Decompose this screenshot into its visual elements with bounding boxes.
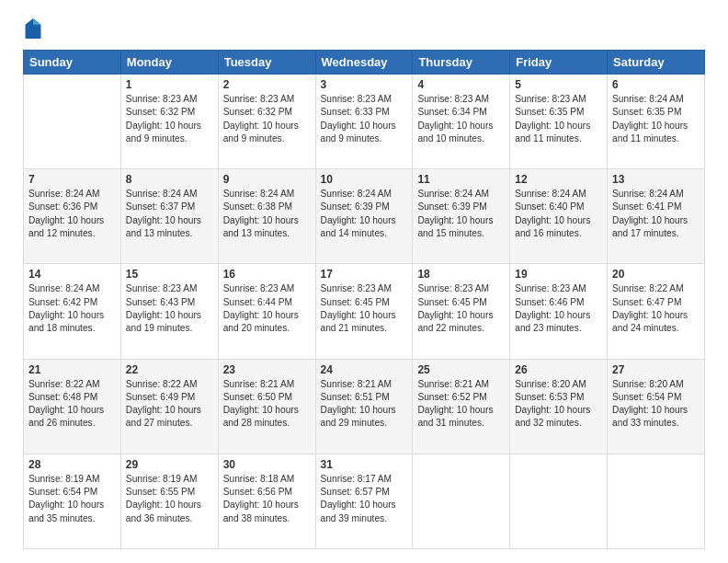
day-number: 16: [223, 268, 311, 281]
day-number: 9: [223, 173, 311, 186]
day-info: Sunrise: 8:24 AMSunset: 6:35 PMDaylight:…: [612, 93, 700, 145]
day-number: 31: [321, 458, 408, 471]
day-info: Sunrise: 8:23 AMSunset: 6:34 PMDaylight:…: [417, 93, 505, 145]
page: SundayMondayTuesdayWednesdayThursdayFrid…: [0, 0, 728, 563]
day-number: 2: [223, 78, 311, 91]
calendar-cell: 4Sunrise: 8:23 AMSunset: 6:34 PMDaylight…: [413, 75, 510, 169]
day-info: Sunrise: 8:24 AMSunset: 6:41 PMDaylight:…: [612, 188, 700, 240]
logo-icon: [25, 18, 41, 39]
day-number: 1: [126, 78, 213, 91]
day-number: 24: [321, 363, 408, 376]
calendar-cell: 14Sunrise: 8:24 AMSunset: 6:42 PMDayligh…: [24, 264, 121, 359]
day-number: 6: [612, 78, 700, 91]
calendar-cell: 9Sunrise: 8:24 AMSunset: 6:38 PMDaylight…: [218, 169, 315, 264]
day-info: Sunrise: 8:19 AMSunset: 6:54 PMDaylight:…: [28, 473, 116, 525]
day-number: 15: [126, 268, 213, 281]
calendar-cell: 17Sunrise: 8:23 AMSunset: 6:45 PMDayligh…: [315, 264, 413, 359]
calendar-cell: 10Sunrise: 8:24 AMSunset: 6:39 PMDayligh…: [315, 169, 413, 264]
calendar-cell: 2Sunrise: 8:23 AMSunset: 6:32 PMDaylight…: [218, 75, 315, 169]
weekday-header: Thursday: [413, 51, 510, 75]
calendar-cell: 11Sunrise: 8:24 AMSunset: 6:39 PMDayligh…: [413, 169, 510, 264]
calendar-cell: 25Sunrise: 8:21 AMSunset: 6:52 PMDayligh…: [413, 359, 510, 454]
day-info: Sunrise: 8:23 AMSunset: 6:32 PMDaylight:…: [126, 93, 213, 145]
day-info: Sunrise: 8:20 AMSunset: 6:54 PMDaylight:…: [612, 378, 700, 431]
day-info: Sunrise: 8:22 AMSunset: 6:48 PMDaylight:…: [28, 378, 116, 431]
weekday-header: Wednesday: [315, 51, 413, 75]
day-number: 18: [417, 268, 505, 281]
day-number: 14: [28, 268, 116, 281]
day-info: Sunrise: 8:24 AMSunset: 6:40 PMDaylight:…: [515, 188, 602, 240]
day-number: 11: [417, 173, 505, 186]
header: [23, 18, 705, 39]
day-info: Sunrise: 8:24 AMSunset: 6:39 PMDaylight:…: [321, 188, 408, 240]
day-number: 25: [417, 363, 505, 376]
day-info: Sunrise: 8:23 AMSunset: 6:44 PMDaylight:…: [223, 282, 311, 335]
day-info: Sunrise: 8:23 AMSunset: 6:45 PMDaylight:…: [321, 282, 408, 335]
calendar-cell: 1Sunrise: 8:23 AMSunset: 6:32 PMDaylight…: [120, 75, 218, 169]
day-info: Sunrise: 8:23 AMSunset: 6:46 PMDaylight:…: [515, 282, 602, 335]
day-number: 3: [321, 78, 408, 91]
day-info: Sunrise: 8:22 AMSunset: 6:47 PMDaylight:…: [612, 282, 700, 335]
day-number: 17: [321, 268, 408, 281]
day-number: 30: [223, 458, 311, 471]
day-info: Sunrise: 8:23 AMSunset: 6:33 PMDaylight:…: [321, 93, 408, 145]
calendar-cell: 12Sunrise: 8:24 AMSunset: 6:40 PMDayligh…: [510, 169, 608, 264]
day-info: Sunrise: 8:18 AMSunset: 6:56 PMDaylight:…: [223, 473, 311, 525]
day-number: 26: [515, 363, 602, 376]
calendar-cell: 28Sunrise: 8:19 AMSunset: 6:54 PMDayligh…: [24, 454, 121, 548]
calendar-cell: 8Sunrise: 8:24 AMSunset: 6:37 PMDaylight…: [120, 169, 218, 264]
calendar-cell: [608, 454, 705, 548]
day-number: 7: [28, 173, 116, 186]
day-info: Sunrise: 8:24 AMSunset: 6:36 PMDaylight:…: [28, 188, 116, 240]
day-info: Sunrise: 8:22 AMSunset: 6:49 PMDaylight:…: [126, 378, 213, 431]
calendar-cell: [510, 454, 608, 548]
calendar-cell: [24, 75, 121, 169]
calendar-cell: 31Sunrise: 8:17 AMSunset: 6:57 PMDayligh…: [315, 454, 413, 548]
day-number: 10: [321, 173, 408, 186]
calendar-cell: 23Sunrise: 8:21 AMSunset: 6:50 PMDayligh…: [218, 359, 315, 454]
day-number: 27: [612, 363, 700, 376]
calendar-cell: 5Sunrise: 8:23 AMSunset: 6:35 PMDaylight…: [510, 75, 608, 169]
day-number: 22: [126, 363, 213, 376]
calendar-cell: 3Sunrise: 8:23 AMSunset: 6:33 PMDaylight…: [315, 75, 413, 169]
day-info: Sunrise: 8:23 AMSunset: 6:43 PMDaylight:…: [126, 282, 213, 335]
calendar-cell: [413, 454, 510, 548]
day-number: 28: [28, 458, 116, 471]
day-number: 19: [515, 268, 602, 281]
day-info: Sunrise: 8:19 AMSunset: 6:55 PMDaylight:…: [126, 473, 213, 525]
day-number: 23: [223, 363, 311, 376]
day-info: Sunrise: 8:23 AMSunset: 6:32 PMDaylight:…: [223, 93, 311, 145]
calendar-cell: 18Sunrise: 8:23 AMSunset: 6:45 PMDayligh…: [413, 264, 510, 359]
day-info: Sunrise: 8:17 AMSunset: 6:57 PMDaylight:…: [321, 473, 408, 525]
day-info: Sunrise: 8:24 AMSunset: 6:39 PMDaylight:…: [417, 188, 505, 240]
weekday-header: Monday: [120, 51, 218, 75]
day-number: 13: [612, 173, 700, 186]
day-info: Sunrise: 8:24 AMSunset: 6:42 PMDaylight:…: [28, 282, 116, 335]
calendar-cell: 27Sunrise: 8:20 AMSunset: 6:54 PMDayligh…: [608, 359, 705, 454]
calendar-cell: 20Sunrise: 8:22 AMSunset: 6:47 PMDayligh…: [608, 264, 705, 359]
calendar-cell: 15Sunrise: 8:23 AMSunset: 6:43 PMDayligh…: [120, 264, 218, 359]
calendar-cell: 13Sunrise: 8:24 AMSunset: 6:41 PMDayligh…: [608, 169, 705, 264]
calendar-cell: 30Sunrise: 8:18 AMSunset: 6:56 PMDayligh…: [218, 454, 315, 548]
day-info: Sunrise: 8:21 AMSunset: 6:51 PMDaylight:…: [321, 378, 408, 431]
weekday-header: Saturday: [608, 51, 705, 75]
day-info: Sunrise: 8:24 AMSunset: 6:37 PMDaylight:…: [126, 188, 213, 240]
logo: [23, 18, 45, 39]
day-number: 5: [515, 78, 602, 91]
day-info: Sunrise: 8:21 AMSunset: 6:52 PMDaylight:…: [417, 378, 505, 431]
calendar-cell: 6Sunrise: 8:24 AMSunset: 6:35 PMDaylight…: [608, 75, 705, 169]
day-info: Sunrise: 8:23 AMSunset: 6:35 PMDaylight:…: [515, 93, 602, 145]
weekday-header: Tuesday: [218, 51, 315, 75]
weekday-header: Friday: [510, 51, 608, 75]
day-number: 21: [28, 363, 116, 376]
day-number: 29: [126, 458, 213, 471]
day-number: 20: [612, 268, 700, 281]
day-info: Sunrise: 8:20 AMSunset: 6:53 PMDaylight:…: [515, 378, 602, 431]
calendar-cell: 19Sunrise: 8:23 AMSunset: 6:46 PMDayligh…: [510, 264, 608, 359]
calendar-cell: 29Sunrise: 8:19 AMSunset: 6:55 PMDayligh…: [120, 454, 218, 548]
calendar-cell: 21Sunrise: 8:22 AMSunset: 6:48 PMDayligh…: [24, 359, 121, 454]
calendar-cell: 26Sunrise: 8:20 AMSunset: 6:53 PMDayligh…: [510, 359, 608, 454]
calendar-cell: 22Sunrise: 8:22 AMSunset: 6:49 PMDayligh…: [120, 359, 218, 454]
weekday-header: Sunday: [24, 51, 121, 75]
day-info: Sunrise: 8:24 AMSunset: 6:38 PMDaylight:…: [223, 188, 311, 240]
